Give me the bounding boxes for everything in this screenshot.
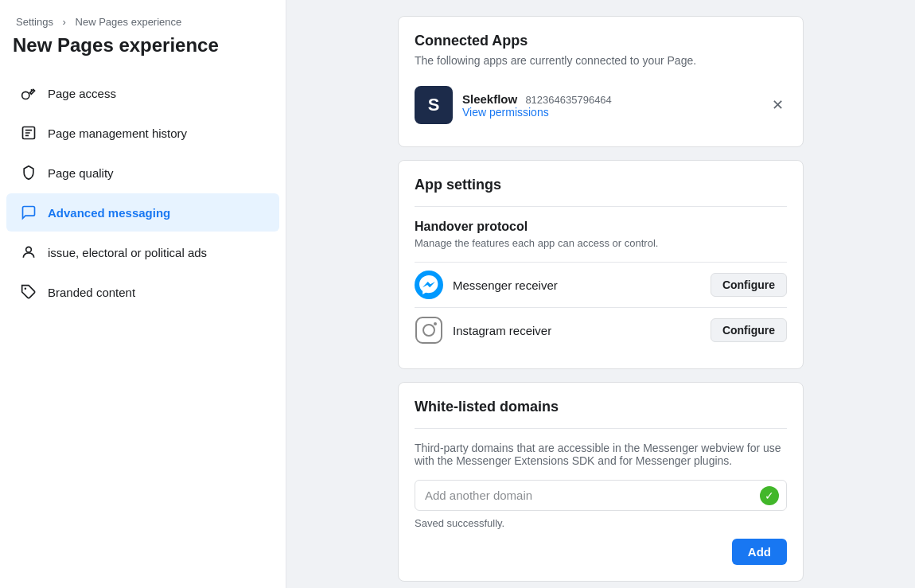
white-listed-domains-card: White-listed domains Third-party domains…	[398, 382, 804, 582]
messenger-receiver-row: Messenger receiver Configure	[415, 262, 787, 307]
app-avatar: S	[415, 86, 453, 124]
page-title: New Pages experience	[0, 34, 286, 72]
svg-point-4	[415, 271, 443, 299]
domain-check-icon: ✓	[760, 486, 779, 505]
sidebar-item-issue-electoral-label: issue, electoral or political ads	[48, 246, 207, 259]
svg-point-7	[434, 322, 437, 325]
main-content: Connected Apps The following apps are cu…	[286, 0, 915, 588]
chat-icon	[19, 203, 38, 222]
instagram-receiver-label: Instagram receiver	[453, 324, 701, 337]
sidebar-item-page-quality[interactable]: Page quality	[6, 154, 279, 192]
sidebar-item-advanced-messaging[interactable]: Advanced messaging	[6, 193, 279, 232]
connected-apps-title: Connected Apps	[415, 33, 787, 49]
view-permissions-link[interactable]: View permissions	[462, 106, 759, 119]
svg-point-0	[22, 92, 29, 99]
instagram-icon	[415, 316, 443, 345]
svg-point-3	[25, 288, 26, 290]
sidebar-item-page-management-label: Page management history	[48, 127, 187, 140]
add-button-row: Add	[415, 539, 787, 565]
connected-apps-card: Connected Apps The following apps are cu…	[398, 16, 804, 147]
sidebar-item-page-quality-label: Page quality	[48, 166, 114, 180]
key-icon	[19, 84, 38, 103]
domain-input-wrap: ✓	[415, 480, 787, 511]
handover-description: Manage the features each app can access …	[415, 237, 787, 249]
sidebar-item-page-management-history[interactable]: Page management history	[6, 114, 279, 152]
connected-apps-subtitle: The following apps are currently connect…	[415, 54, 787, 67]
breadcrumb-parent: Settings	[16, 16, 53, 28]
svg-point-2	[26, 247, 32, 252]
sidebar-item-branded-content-label: Branded content	[48, 286, 135, 299]
close-connected-app-button[interactable]: ✕	[769, 93, 787, 117]
app-settings-title: App settings	[415, 177, 787, 193]
breadcrumb: Settings › New Pages experience	[0, 16, 286, 34]
app-id: 812364635796464	[525, 94, 611, 106]
white-listed-domains-title: White-listed domains	[415, 399, 787, 415]
instagram-receiver-row: Instagram receiver Configure	[415, 307, 787, 352]
person-icon	[19, 243, 38, 262]
divider-1	[415, 206, 787, 207]
sidebar-item-page-access[interactable]: Page access	[6, 74, 279, 112]
connected-app-row: S Sleekflow 812364635796464 View permiss…	[415, 80, 787, 130]
sidebar: Settings › New Pages experience New Page…	[0, 0, 286, 588]
handover-title: Handover protocol	[415, 220, 787, 234]
messenger-icon	[415, 271, 443, 299]
sidebar-nav: Page access Page management history Page…	[0, 74, 286, 311]
svg-point-6	[423, 325, 434, 336]
app-settings-card: App settings Handover protocol Manage th…	[398, 160, 804, 369]
saved-text: Saved successfully.	[415, 517, 787, 529]
svg-rect-5	[416, 317, 442, 343]
breadcrumb-separator: ›	[63, 16, 66, 28]
tag-icon	[19, 282, 38, 302]
sidebar-item-branded-content[interactable]: Branded content	[6, 273, 279, 311]
app-name: Sleekflow 812364635796464	[462, 92, 759, 106]
sidebar-item-advanced-messaging-label: Advanced messaging	[48, 206, 170, 220]
app-info: Sleekflow 812364635796464 View permissio…	[462, 92, 759, 119]
instagram-configure-button[interactable]: Configure	[711, 318, 787, 342]
sidebar-item-page-access-label: Page access	[48, 87, 116, 100]
white-listed-domains-description: Third-party domains that are accessible …	[415, 442, 787, 467]
history-icon	[19, 123, 38, 142]
add-domain-button[interactable]: Add	[732, 539, 787, 565]
divider-2	[415, 428, 787, 429]
messenger-configure-button[interactable]: Configure	[711, 273, 787, 297]
sidebar-item-issue-electoral[interactable]: issue, electoral or political ads	[6, 233, 279, 271]
shield-icon	[19, 163, 38, 182]
messenger-receiver-label: Messenger receiver	[453, 278, 701, 292]
domain-input[interactable]	[415, 480, 787, 511]
breadcrumb-current: New Pages experience	[76, 16, 182, 28]
